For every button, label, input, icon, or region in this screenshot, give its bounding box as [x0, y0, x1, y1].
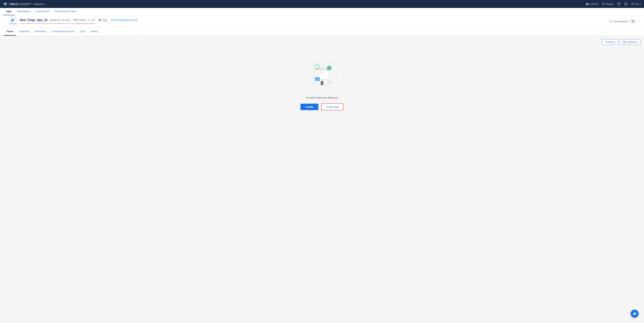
region-label: Oregon: [606, 3, 614, 6]
last-modified: Last modified at 12 May 2022 9:44 am: [20, 22, 54, 24]
svg-point-4: [5, 4, 6, 4]
svg-rect-46: [331, 68, 332, 69]
develop-label: DEVELOP: [10, 23, 17, 24]
more-options-button[interactable]: ⋮: [637, 19, 640, 23]
app-info-row1: New_Flogo_App_16 Owned By: Eric Liou TIB…: [20, 18, 137, 22]
not-deployed-icon: [610, 20, 613, 23]
svg-rect-14: [626, 3, 626, 3]
app-description: Application description: [76, 22, 95, 24]
tab-marketplace[interactable]: Marketplace: [15, 8, 33, 15]
empty-message: You don't have any flows yet.: [306, 96, 338, 99]
top-tabs-bar: Apps Marketplace Connections Environment…: [0, 8, 644, 15]
sub-tabs-bar: Flows Endpoints Monitoring Environment c…: [0, 28, 644, 36]
empty-illustration: [304, 56, 340, 92]
empty-state: You don't have any flows yet. Create Imp…: [4, 48, 640, 118]
plus-circle-icon: [111, 19, 113, 21]
svg-point-53: [330, 82, 332, 84]
navbar-right: OOCTO Oregon Eric L: [586, 2, 641, 6]
toolbar-actions: Schemas Properties: [4, 39, 640, 45]
import-button[interactable]: Import app: [321, 104, 344, 110]
back-button[interactable]: ‹: [4, 19, 6, 24]
svg-rect-21: [626, 5, 627, 5]
deploy-status: Not deployed: [610, 20, 635, 23]
user-icon: [631, 2, 634, 6]
help-icon: [617, 2, 620, 6]
empty-actions: Create Import app: [300, 104, 344, 110]
tag-icon: [99, 19, 101, 21]
svg-rect-13: [624, 3, 625, 3]
svg-point-37: [320, 69, 321, 70]
region-item[interactable]: Oregon: [602, 2, 614, 6]
apps-grid-item[interactable]: [624, 2, 627, 6]
created-by: Created by: Eric Liou: [55, 22, 74, 24]
svg-rect-45: [328, 66, 330, 67]
tab-environment-tools[interactable]: Environment & Tools: [52, 8, 79, 15]
svg-rect-18: [626, 4, 627, 4]
tab-connections[interactable]: Connections: [33, 8, 52, 15]
svg-rect-16: [624, 4, 625, 4]
svg-point-40: [322, 75, 322, 76]
tab-environment-controls[interactable]: Environment controls: [49, 28, 77, 36]
tags-label: +Tags: [102, 19, 107, 21]
deploy-status-label: Not deployed: [614, 20, 628, 23]
svg-point-2: [6, 3, 7, 5]
navbar-logo: TIBCO CLOUD™ Integration: [3, 2, 44, 6]
deploy-toggle[interactable]: [629, 20, 635, 23]
svg-point-22: [632, 3, 633, 4]
svg-point-10: [603, 3, 604, 4]
add-listing-label: Add Marketplace Listing: [114, 19, 137, 21]
app-name: New_Flogo_App_16: [20, 18, 47, 22]
navbar-left: TIBCO CLOUD™ Integration: [3, 2, 44, 6]
svg-rect-9: [588, 4, 588, 4]
tab-monitoring[interactable]: Monitoring: [32, 28, 49, 36]
top-navbar: TIBCO CLOUD™ Integration OOCTO Oregon Er…: [0, 0, 644, 8]
user-item[interactable]: Eric L: [631, 2, 641, 6]
location-icon: [602, 2, 605, 6]
org-item[interactable]: OOCTO: [586, 2, 598, 6]
schemas-button[interactable]: Schemas: [602, 39, 618, 45]
app-header: ‹ DEVELOP New_Flogo_App_16 Owned By: Eri…: [0, 15, 644, 28]
app-info: New_Flogo_App_16 Owned By: Eric Liou TIB…: [20, 18, 137, 24]
app-owned-by: Owned By: Eric Liou: [50, 19, 71, 21]
svg-point-30: [624, 42, 625, 42]
app-platform: TIBCO Cloud: [73, 19, 86, 21]
svg-rect-15: [626, 3, 627, 3]
fab-button[interactable]: [630, 310, 638, 318]
create-button[interactable]: Create: [300, 104, 318, 110]
svg-point-3: [5, 4, 6, 6]
tab-apps[interactable]: Apps: [3, 8, 15, 15]
app-info-row2: Last modified at 12 May 2022 9:44 am | C…: [20, 22, 137, 24]
svg-rect-6: [588, 4, 588, 5]
properties-icon: [623, 41, 626, 44]
help-item[interactable]: [617, 2, 620, 6]
app-version: v: 1.0.0: [88, 19, 95, 21]
tab-flows[interactable]: Flows: [4, 28, 16, 36]
grid-icon: [624, 2, 627, 6]
svg-point-23: [12, 19, 13, 20]
tab-endpoints[interactable]: Endpoints: [16, 28, 32, 36]
svg-rect-44: [327, 66, 331, 70]
svg-rect-20: [626, 5, 626, 5]
svg-rect-17: [626, 4, 626, 4]
user-label: Eric L: [635, 3, 641, 6]
svg-rect-47: [315, 77, 320, 81]
fab-arrow-icon: [632, 312, 636, 316]
flogo-icon: [10, 18, 16, 22]
app-icon-box: DEVELOP: [9, 17, 17, 26]
org-label: OOCTO: [590, 3, 598, 6]
tab-history[interactable]: History: [88, 28, 101, 36]
tags-button[interactable]: +Tags: [97, 18, 109, 22]
brand-text: TIBCO CLOUD™: [9, 2, 32, 6]
svg-point-36: [318, 69, 319, 70]
main-content: Schemas Properties: [0, 36, 644, 323]
tab-logs[interactable]: Logs: [77, 28, 88, 36]
properties-button[interactable]: Properties: [620, 39, 640, 45]
svg-rect-49: [322, 82, 322, 84]
building-icon: [586, 2, 589, 6]
product-name: Integration: [33, 3, 44, 6]
tibco-logo-icon: [3, 2, 8, 6]
svg-rect-19: [624, 5, 625, 5]
app-header-left: ‹ DEVELOP New_Flogo_App_16 Owned By: Eri…: [4, 17, 137, 26]
app-header-right: Not deployed ⋮: [610, 19, 640, 23]
add-listing-button[interactable]: Add Marketplace Listing: [111, 19, 137, 21]
